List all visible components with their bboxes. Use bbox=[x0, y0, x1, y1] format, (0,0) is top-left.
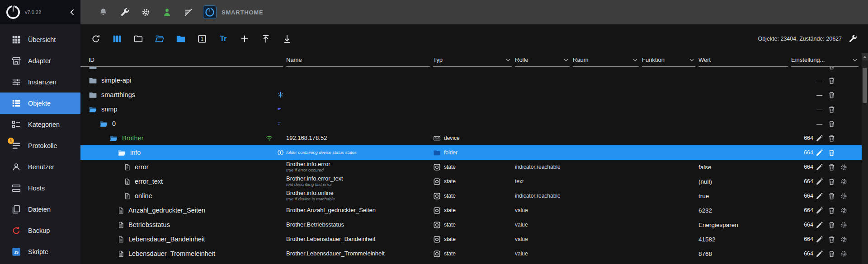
gear-icon[interactable] bbox=[840, 192, 848, 200]
object-value[interactable]: true bbox=[698, 193, 709, 199]
sidebar-item-benutzer[interactable]: Benutzer bbox=[0, 156, 80, 177]
object-row-0[interactable]: 0— bbox=[80, 116, 862, 131]
vertical-scrollbar[interactable] bbox=[862, 53, 868, 264]
sidebar-item-backup[interactable]: Backup bbox=[0, 220, 80, 241]
gear-icon[interactable] bbox=[840, 163, 848, 171]
trash-icon[interactable] bbox=[828, 207, 835, 214]
chevron-down-icon[interactable] bbox=[632, 56, 639, 64]
sidebar-item-skripte[interactable]: JSSkripte bbox=[0, 241, 80, 262]
one-level-icon[interactable]: 1 bbox=[197, 34, 207, 44]
edit-icon[interactable] bbox=[816, 134, 823, 142]
object-row-Lebensdauer_Bandeinheit[interactable]: Lebensdauer_BandeinheitBrother.Lebensdau… bbox=[80, 232, 862, 246]
gear-icon[interactable] bbox=[840, 207, 848, 214]
download-icon[interactable] bbox=[282, 34, 292, 44]
wrench-icon[interactable] bbox=[120, 8, 129, 17]
object-value[interactable]: Energiesparen bbox=[698, 222, 738, 228]
edit-icon[interactable] bbox=[816, 207, 823, 214]
object-row-Brother[interactable]: Brother192.168.178.52device664 bbox=[80, 131, 862, 145]
presence-icon[interactable] bbox=[162, 8, 172, 17]
acl-badge[interactable]: 664 bbox=[798, 193, 813, 199]
column-header-raum[interactable]: Raum bbox=[573, 56, 589, 63]
trash-icon[interactable] bbox=[828, 192, 835, 200]
sidebar-item-objekte[interactable]: Objekte bbox=[0, 93, 80, 114]
trash-icon[interactable] bbox=[828, 178, 835, 185]
filter-id-input[interactable] bbox=[80, 56, 283, 63]
folder-open-icon[interactable] bbox=[118, 148, 126, 157]
acl-badge[interactable]: 664 bbox=[798, 149, 813, 156]
acl-badge[interactable]: 664 bbox=[798, 250, 813, 257]
edit-icon[interactable] bbox=[816, 221, 823, 229]
column-header-einstellung[interactable]: Einstellung... bbox=[791, 56, 825, 63]
wrench-icon[interactable] bbox=[848, 34, 857, 43]
upload-icon[interactable] bbox=[261, 34, 271, 44]
folder-icon[interactable] bbox=[89, 67, 97, 70]
trash-icon[interactable] bbox=[828, 106, 835, 113]
column-header-rolle[interactable]: Rolle bbox=[515, 56, 528, 63]
trash-icon[interactable] bbox=[828, 91, 835, 99]
object-value[interactable]: 6232 bbox=[698, 207, 712, 214]
sidebar-item-adapter[interactable]: Adapter bbox=[0, 50, 80, 71]
object-row-snmp[interactable]: snmp— bbox=[80, 102, 862, 116]
chevron-left-icon[interactable] bbox=[68, 8, 77, 17]
folder-open-icon[interactable] bbox=[89, 105, 97, 114]
object-row-Anzahl_gedruckter_Seiten[interactable]: Anzahl_gedruckter_SeitenBrother.Anzahl_g… bbox=[80, 203, 862, 218]
expand-visible-icon[interactable] bbox=[176, 34, 186, 44]
chevron-down-icon[interactable] bbox=[851, 56, 859, 64]
object-row-error_text[interactable]: error_textBrother.info.error_texttext de… bbox=[80, 174, 862, 189]
gear-icon[interactable] bbox=[840, 250, 848, 258]
trash-icon[interactable] bbox=[828, 236, 835, 243]
expand-all-icon[interactable] bbox=[155, 34, 165, 44]
bell-icon[interactable] bbox=[99, 8, 108, 17]
sidebar-item-protokolle[interactable]: 1Protokolle bbox=[0, 135, 80, 156]
chevron-down-icon[interactable] bbox=[562, 56, 570, 64]
edit-icon[interactable] bbox=[816, 149, 823, 157]
gear-icon[interactable] bbox=[840, 221, 848, 229]
acl-badge[interactable]: 664 bbox=[798, 207, 813, 213]
column-header-funktion[interactable]: Funktion bbox=[642, 56, 665, 63]
object-value[interactable]: 8768 bbox=[698, 250, 712, 257]
edit-icon[interactable] bbox=[816, 236, 823, 243]
refresh-icon[interactable] bbox=[91, 34, 101, 44]
trash-icon[interactable] bbox=[828, 77, 835, 84]
folder-icon[interactable] bbox=[89, 76, 97, 85]
object-row-partial[interactable]: — bbox=[80, 67, 862, 73]
column-header-typ[interactable]: Typ bbox=[433, 56, 443, 63]
sidebar-item-hosts[interactable]: Hosts bbox=[0, 177, 80, 199]
trash-icon[interactable] bbox=[828, 250, 835, 258]
acl-badge[interactable]: 664 bbox=[798, 222, 813, 228]
folder-icon[interactable] bbox=[89, 91, 97, 99]
gear-icon[interactable] bbox=[141, 8, 151, 17]
folder-open-icon[interactable] bbox=[99, 120, 108, 128]
acl-badge[interactable]: 664 bbox=[798, 135, 813, 141]
collapse-all-icon[interactable] bbox=[133, 34, 143, 44]
columns-icon[interactable] bbox=[112, 34, 122, 44]
edit-icon[interactable] bbox=[816, 163, 823, 171]
object-row-simple-api[interactable]: simple-api— bbox=[80, 73, 862, 88]
trash-icon[interactable] bbox=[828, 149, 835, 157]
folder-open-icon[interactable] bbox=[109, 134, 118, 143]
object-row-smartthings[interactable]: smartthings— bbox=[80, 88, 862, 102]
object-row-error[interactable]: errorBrother.info.errortrue if error occ… bbox=[80, 160, 862, 174]
chevron-down-icon[interactable] bbox=[688, 56, 695, 64]
gear-icon[interactable] bbox=[840, 236, 848, 243]
object-row-info[interactable]: infofolder containing device status stat… bbox=[80, 145, 862, 160]
object-value[interactable]: 41582 bbox=[698, 236, 716, 243]
sidebar-item-dateien[interactable]: Dateien bbox=[0, 199, 80, 220]
object-row-online[interactable]: onlineBrother.info.onlinetrue if device … bbox=[80, 189, 862, 203]
object-row-Betriebsstatus[interactable]: BetriebsstatusBrother.Betriebsstatusstat… bbox=[80, 218, 862, 232]
sidebar-item-kategorien[interactable]: Kategorien bbox=[0, 114, 80, 135]
acl-badge[interactable]: 664 bbox=[798, 178, 813, 185]
sidebar-item-instanzen[interactable]: Instanzen bbox=[0, 71, 80, 93]
trash-icon[interactable] bbox=[828, 163, 835, 171]
edit-icon[interactable] bbox=[816, 250, 823, 258]
trash-icon[interactable] bbox=[828, 120, 835, 128]
object-row-Lebensdauer_Trommeleinheit[interactable]: Lebensdauer_TrommeleinheitBrother.Lebens… bbox=[80, 246, 862, 261]
trash-icon[interactable] bbox=[828, 67, 835, 70]
gear-icon[interactable] bbox=[840, 178, 848, 185]
edit-icon[interactable] bbox=[816, 192, 823, 200]
edit-icon[interactable] bbox=[816, 178, 823, 185]
scroll-up-button[interactable] bbox=[862, 53, 868, 60]
notifications-off-icon[interactable] bbox=[184, 8, 193, 17]
acl-badge[interactable]: 664 bbox=[798, 164, 813, 170]
object-value[interactable]: false bbox=[698, 164, 712, 171]
